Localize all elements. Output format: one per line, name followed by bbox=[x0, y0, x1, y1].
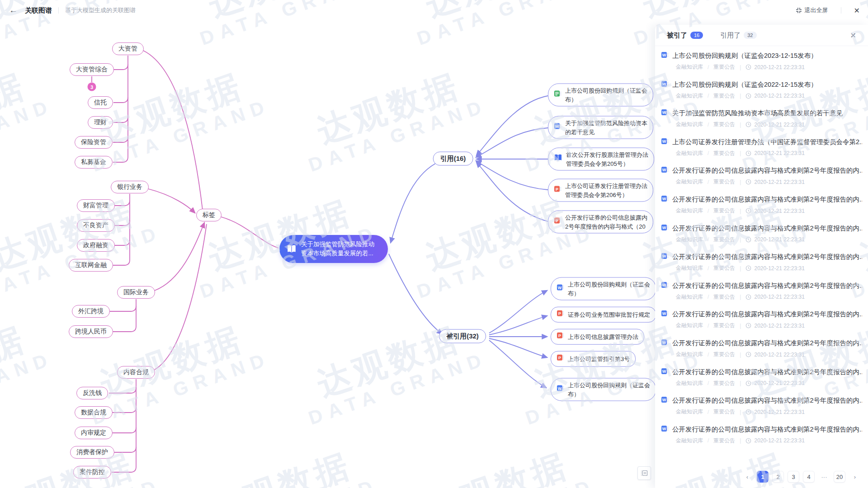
collapsed-count-badge[interactable]: 3 bbox=[88, 83, 96, 91]
pagination-next[interactable]: › bbox=[849, 471, 861, 483]
graph-child-node[interactable]: 理财 bbox=[88, 116, 113, 129]
book-icon bbox=[554, 154, 562, 164]
graph-child-node[interactable]: 不良资产 bbox=[77, 219, 115, 232]
pagination-page[interactable]: 1 bbox=[757, 471, 769, 483]
doc-source: 金融知识库 bbox=[676, 322, 703, 329]
doc-tag: 重要公告 bbox=[713, 150, 735, 157]
doc-tag: 重要公告 bbox=[713, 236, 735, 244]
graph-group-node[interactable]: 国际业务 bbox=[117, 286, 155, 299]
graph-group-node[interactable]: 银行业务 bbox=[111, 181, 149, 193]
doc-list-item[interactable]: W公开发行证券的公司信息披露内容与格式准则第2号年度报告的内...金融知识库/重… bbox=[655, 367, 868, 394]
doc-list-item[interactable]: W关于加强监管防范风险推动资本市场高质量发展的若干意见金融知识库/重要公告|20… bbox=[655, 108, 868, 136]
doc-title: 公开发行证券的公司信息披露内容与格式准则第2号年度报告的内... bbox=[672, 339, 862, 347]
document-node[interactable]: W关于加强监管防范风险推动资本的若干意见 bbox=[548, 116, 653, 139]
doc-time: 2020-12-21 22:23:31 bbox=[754, 208, 804, 214]
doc-list-item[interactable]: W公开发行证券的公司信息披露内容与格式准则第2号年度报告的内...金融知识库/重… bbox=[655, 252, 868, 279]
tab-cites-count: 32 bbox=[744, 32, 756, 39]
doc-title: 公开发行证券的公司信息披露内容与格式准则第2号年度报告的内... bbox=[672, 368, 862, 376]
doc-time: 2020-12-21 22:23:31 bbox=[754, 380, 804, 386]
doc-list-item[interactable]: W公开发行证券的公司信息披露内容与格式准则第2号年度报告的内...金融知识库/重… bbox=[655, 195, 868, 222]
doc-tag: 重要公告 bbox=[713, 351, 735, 358]
document-node[interactable]: P上市公司证券发行注册管理办法管理委员会令第206号） bbox=[548, 179, 653, 202]
page-subtitle: 基于大模型生成的关联图谱 bbox=[65, 6, 136, 14]
graph-child-node[interactable]: 数据合规 bbox=[75, 406, 113, 419]
word-doc-icon: W bbox=[661, 51, 669, 61]
graph-child-node[interactable]: 跨境人民币 bbox=[69, 325, 113, 338]
svg-text:W: W bbox=[662, 110, 666, 115]
document-node[interactable]: P证券公司业务范围审批暂行规定 bbox=[551, 307, 656, 323]
graph-child-node[interactable]: 信托 bbox=[88, 96, 113, 109]
doc-list-item[interactable]: W上市公司股份回购规则（证监会2023-12-15发布）金融知识库/重要公告|2… bbox=[655, 51, 868, 78]
tab-cited-by[interactable]: 被引了 16 bbox=[667, 31, 703, 40]
close-icon[interactable]: ✕ bbox=[854, 6, 860, 15]
doc-list-item[interactable]: W公开发行证券的公司信息披露内容与格式准则第2号年度报告的内...金融知识库/重… bbox=[655, 166, 868, 193]
clock-icon bbox=[745, 294, 751, 300]
graph-group-node[interactable]: 内容合规 bbox=[117, 366, 155, 379]
back-arrow-icon[interactable]: ← bbox=[9, 5, 18, 15]
graph-child-node[interactable]: 消费者保护 bbox=[70, 446, 114, 459]
svg-text:P: P bbox=[558, 311, 561, 316]
clock-icon bbox=[745, 409, 751, 415]
document-node-line1: 上市公司股份回购规则（证监会 bbox=[568, 280, 650, 289]
clock-icon bbox=[745, 208, 751, 214]
document-node-line1: 上市公司股份回购规则（证监会 bbox=[565, 86, 647, 95]
graph-child-node[interactable]: 内审规定 bbox=[75, 427, 113, 439]
doc-source: 金融知识库 bbox=[676, 178, 703, 186]
doc-list-item[interactable]: W公开发行证券的公司信息披露内容与格式准则第2号年度报告的内...金融知识库/重… bbox=[655, 338, 868, 366]
graph-child-node[interactable]: 财富管理 bbox=[77, 199, 115, 212]
book-icon bbox=[287, 244, 297, 253]
pagination-prev[interactable]: ‹ bbox=[741, 471, 753, 483]
doc-source: 金融知识库 bbox=[676, 150, 703, 157]
ppt-icon: P bbox=[557, 310, 564, 320]
svg-text:P: P bbox=[558, 333, 561, 338]
graph-child-node[interactable]: 私募基金 bbox=[75, 156, 113, 169]
cited-count-node[interactable]: 引用(16) bbox=[433, 152, 473, 166]
doc-list-item[interactable]: W公开发行证券的公司信息披露内容与格式准则第2号年度报告的内...金融知识库/重… bbox=[655, 396, 868, 423]
doc-list-item[interactable]: W公开发行证券的公司信息披露内容与格式准则第2号年度报告的内...金融知识库/重… bbox=[655, 281, 868, 308]
panel-close-icon[interactable]: ✕ bbox=[850, 31, 856, 40]
document-node[interactable]: P上市公司信息披露管理办法 bbox=[551, 329, 644, 345]
pagination-page[interactable]: 2 bbox=[772, 471, 784, 483]
doc-list-item[interactable]: W公开发行证券的公司信息披露内容与格式准则第2号年度报告的内...金融知识库/重… bbox=[655, 224, 868, 251]
tag-node[interactable]: 标签 bbox=[196, 209, 222, 221]
doc-source: 金融知识库 bbox=[676, 207, 703, 215]
doc-list-item[interactable]: W公开发行证券的公司信息披露内容与格式准则第2号年度报告的内...金融知识库/重… bbox=[655, 425, 868, 452]
doc-list-item[interactable]: W上市公司股份回购规则（证监会2022-12-15发布）金融知识库/重要公告|2… bbox=[655, 80, 868, 107]
document-node[interactable]: W上市公司股份回购规则（证监会布） bbox=[551, 378, 656, 401]
tab-cites[interactable]: 引用了 32 bbox=[720, 31, 756, 40]
document-node-line1: 上市公司监管指引第3号 bbox=[568, 354, 630, 363]
doc-title: 公开发行证券的公司信息披露内容与格式准则第2号年度报告的内... bbox=[672, 282, 862, 290]
pagination-ellipsis[interactable]: ··· bbox=[818, 471, 830, 483]
graph-child-node[interactable]: 外汇跨境 bbox=[72, 305, 110, 318]
citing-count-node[interactable]: 被引用(32) bbox=[439, 329, 486, 343]
document-node[interactable]: P上市公司监管指引第3号 bbox=[551, 351, 636, 367]
graph-child-node[interactable]: 互联网金融 bbox=[69, 259, 113, 272]
graph-child-node[interactable]: 大资管综合 bbox=[70, 63, 114, 76]
document-node[interactable]: 上市公司股份回购规则（证监会布） bbox=[548, 84, 653, 107]
exit-fullscreen-button[interactable]: 退出全屏 bbox=[796, 6, 828, 14]
graph-child-node[interactable]: 政府融资 bbox=[77, 239, 115, 252]
svg-text:W: W bbox=[662, 225, 666, 230]
doc-time: 2020-12-21 22:23:31 bbox=[754, 352, 804, 358]
document-node[interactable]: 首次公开发行股票注册管理办法管理委员会令第205号） bbox=[548, 148, 654, 171]
pagination-page[interactable]: 3 bbox=[788, 471, 799, 483]
graph-group-node[interactable]: 大资管 bbox=[112, 42, 144, 55]
pagination-page[interactable]: 20 bbox=[834, 471, 845, 483]
center-node-line1: 关于加强监管防范风险推动 bbox=[301, 240, 374, 249]
word-doc-icon: W bbox=[661, 195, 669, 204]
document-node[interactable]: W上市公司股份回购规则（证监会布） bbox=[551, 277, 656, 300]
graph-child-node[interactable]: 反洗钱 bbox=[76, 387, 108, 399]
graph-child-node[interactable]: 案件防控 bbox=[73, 466, 111, 479]
doc-title: 关于加强监管防范风险推动资本市场高质量发展的若干意见 bbox=[672, 109, 843, 117]
center-document-node[interactable]: 关于加强监管防范风险推动 资本市场高质量发展的若... bbox=[279, 235, 388, 263]
doc-list-item[interactable]: W公开发行证券的公司信息披露内容与格式准则第2号年度报告的内...金融知识库/重… bbox=[655, 310, 868, 337]
pagination-page[interactable]: 4 bbox=[803, 471, 815, 483]
minimap-toggle-button[interactable] bbox=[637, 466, 651, 480]
clock-icon bbox=[745, 323, 751, 328]
document-node[interactable]: P公开发行证券的公司信息披露内2号年度报告的内容与格式（20 bbox=[548, 211, 653, 234]
doc-tag: 重要公告 bbox=[713, 178, 735, 186]
graph-child-node[interactable]: 保险资管 bbox=[75, 136, 113, 149]
clock-icon bbox=[745, 122, 751, 127]
doc-time: 2020-12-21 22:23:31 bbox=[754, 236, 804, 243]
doc-list-item[interactable]: W上市公司证券发行注册管理办法（中国证券监督管理委员会令第2...金融知识库/重… bbox=[655, 137, 868, 164]
